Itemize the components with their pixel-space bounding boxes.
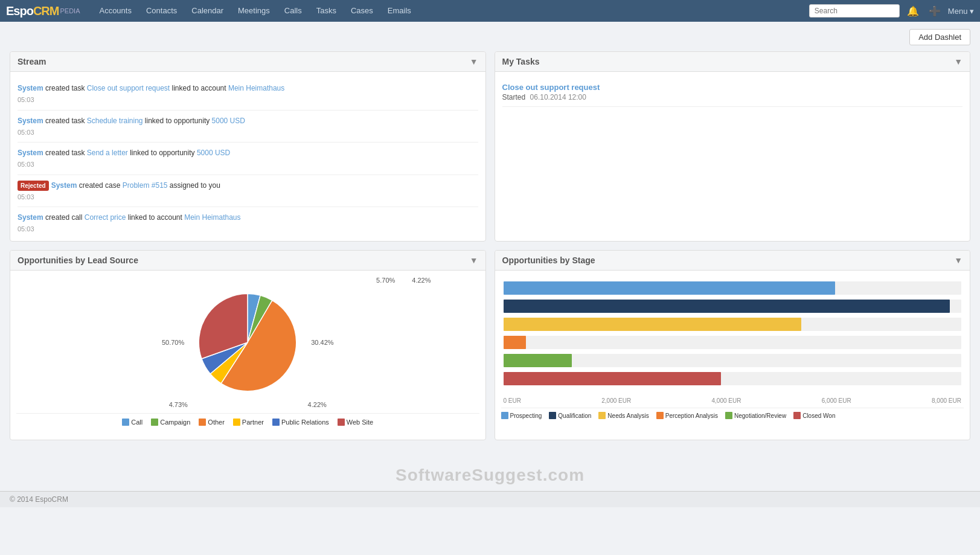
pie-label-4-22-top: 4.22% [412,277,431,284]
stream-item: System created task Schedule training li… [18,111,478,143]
bar-row-perception-analysis [504,336,962,349]
legend-label: Partner [242,419,264,426]
stream-scroll[interactable]: System created task Close out support re… [18,78,478,235]
dashboard-grid: Stream ▼ System created task Close out s… [10,51,970,440]
opp-stage-chevron-icon[interactable]: ▼ [954,255,962,265]
watermark-text: SoftwareSuggest.com [396,466,584,484]
stream-item: RejectedSystem created case Problem #515… [18,175,478,208]
stream-link1[interactable]: Correct price [85,213,126,222]
stream-text2: linked to opportunity [143,117,211,125]
bar-legend-item-qualification: Qualification [549,412,591,419]
bar-axis-label: 8,000 EUR [932,397,961,404]
task-link[interactable]: Close out support request [502,83,600,92]
pie-legend-item-public-relations: Public Relations [272,419,329,426]
stream-link1[interactable]: Problem #515 [123,181,168,190]
stream-time: 05:03 [18,95,478,105]
rejected-badge: Rejected [18,181,49,191]
search-input[interactable] [809,4,900,18]
bar-fill [504,300,950,313]
bar-row-needs-analysis [504,318,962,331]
pie-top-labels: 5.70% 4.22% [16,277,479,284]
legend-color [151,419,158,426]
bar-legend-color [725,412,732,419]
logo-text: EspoCRM [6,4,59,18]
pie-legend-item-campaign: Campaign [151,419,190,426]
logo-pedia: PEDIA [60,7,80,14]
opp-stage-dashlet-header: Opportunities by Stage ▼ [495,251,970,271]
opp-lead-dashlet-title: Opportunities by Lead Source [18,255,138,265]
legend-label: Other [208,419,225,426]
stream-time: 05:03 [18,127,478,138]
my-tasks-dashlet: My Tasks ▼ Close out support request Sta… [495,51,971,242]
bar-legend-item-prospecting: Prospecting [501,412,542,419]
stream-author: System [18,117,43,125]
nav-link-meetings[interactable]: Meetings [231,0,277,22]
nav-link-calls[interactable]: Calls [277,0,309,22]
stream-dashlet-header: Stream ▼ [10,52,485,72]
footer-copyright: © 2014 EspoCRM [10,495,68,504]
legend-color [199,419,206,426]
stream-chevron-icon[interactable]: ▼ [470,57,478,66]
stream-link1[interactable]: Schedule training [87,117,143,125]
menu-button[interactable]: Menu ▾ [948,7,974,16]
nav-link-contacts[interactable]: Contacts [139,0,184,22]
bar-row-negotiation/review [504,354,962,367]
pie-legend-item-call: Call [122,419,143,426]
stream-text2: assigned to you [167,181,220,190]
nav-link-accounts[interactable]: Accounts [92,0,138,22]
bar-track [504,318,962,331]
bar-track [504,336,962,349]
stream-text1: created task [43,117,87,125]
nav-link-cases[interactable]: Cases [344,0,380,22]
stream-dashlet-title: Stream [18,57,46,66]
stream-link1[interactable]: Close out support request [87,84,170,92]
my-tasks-dashlet-title: My Tasks [502,57,540,66]
pie-container: 5.70% 4.22% 50.70% 30.42% 4.73% 4.22% [16,277,479,408]
stream-link2[interactable]: Mein Heimathaus [184,213,240,222]
watermark: SoftwareSuggest.com [0,448,980,491]
bar-legend-label: Prospecting [510,412,542,419]
stream-link1[interactable]: Send a letter [87,149,128,157]
bar-legend-label: Negotiation/Review [734,412,786,419]
nav-right: 🔔 ➕ Menu ▾ [809,4,974,18]
bar-fill [504,281,836,295]
pie-chart-svg [190,285,305,400]
pie-row: 50.70% 30.42% [162,285,334,400]
my-tasks-dashlet-body: Close out support request Started 06.10.… [495,72,970,241]
bar-fill [504,336,527,349]
bar-axis-label: 0 EUR [504,397,521,404]
logo-espo: Espo [6,4,33,18]
nav-link-emails[interactable]: Emails [380,0,418,22]
opp-lead-dashlet-body: 5.70% 4.22% 50.70% 30.42% 4.73% 4.22% Ca… [10,271,485,440]
main-content: Add Dashlet Stream ▼ System created task… [0,22,980,448]
nav-link-calendar[interactable]: Calendar [184,0,231,22]
footer: © 2014 EspoCRM [0,491,980,507]
legend-color [122,419,129,426]
stream-time: 05:03 [18,192,478,202]
plus-icon[interactable]: ➕ [926,5,943,17]
bar-fill [504,354,572,367]
pie-bottom-labels: 4.73% 4.22% [109,401,386,408]
bar-chart [501,277,964,395]
nav-link-tasks[interactable]: Tasks [309,0,344,22]
bar-row-closed-won [504,372,962,385]
stream-item: System created task Close out support re… [18,78,478,111]
my-tasks-dashlet-header: My Tasks ▼ [495,52,970,72]
stream-link2[interactable]: Mein Heimathaus [228,84,284,92]
my-tasks-chevron-icon[interactable]: ▼ [954,57,962,66]
opp-lead-chevron-icon[interactable]: ▼ [470,255,478,265]
pie-label-4-73: 4.73% [169,401,188,408]
stream-item: System created call Correct price linked… [18,207,478,235]
bar-legend-label: Closed Won [802,412,835,419]
watermark-bold: Suggest [472,466,542,484]
bar-row-qualification [504,300,962,313]
bell-icon[interactable]: 🔔 [905,5,921,17]
pie-left-label: 50.70% [162,333,184,352]
stream-author: System [18,149,43,157]
stream-author: System [51,181,77,190]
legend-label: Public Relations [281,419,329,426]
bar-track [504,281,962,295]
add-dashlet-button[interactable]: Add Dashlet [909,29,970,45]
stream-link2[interactable]: 5000 USD [212,117,245,125]
stream-link2[interactable]: 5000 USD [197,149,230,157]
